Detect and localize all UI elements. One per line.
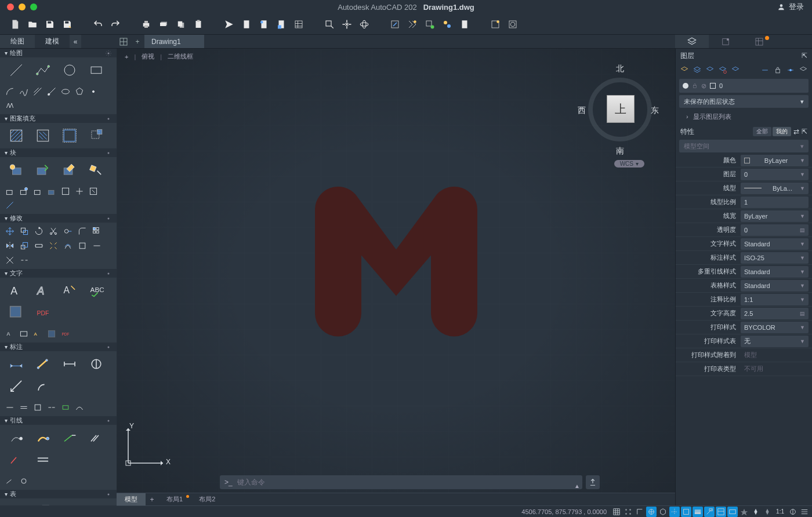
open-file-icon[interactable] — [27, 19, 38, 30]
section-hatch-header[interactable]: ▾图案填充 — [0, 114, 117, 123]
tx1[interactable]: A — [3, 327, 16, 340]
gear-icon[interactable] — [105, 215, 112, 222]
orbit-icon[interactable] — [358, 19, 370, 30]
current-layer-selector[interactable]: ⊘ 0 — [679, 79, 809, 93]
line-tool[interactable] — [3, 60, 29, 81]
point-tool[interactable] — [87, 85, 100, 98]
prop-value[interactable]: Standard▼ — [741, 266, 809, 278]
layer-tool-4[interactable] — [717, 65, 728, 75]
right-tab-2[interactable] — [709, 35, 742, 48]
polyline-tool[interactable] — [30, 60, 56, 81]
dm1[interactable] — [3, 401, 16, 414]
copy-tool[interactable] — [18, 225, 31, 238]
maximize-window-button[interactable] — [30, 3, 37, 10]
circle-tool[interactable] — [57, 60, 82, 81]
tx4[interactable] — [45, 327, 58, 340]
section-table-header[interactable]: ▾表 — [0, 490, 117, 498]
doc3-icon[interactable] — [276, 19, 287, 30]
text-check-tool[interactable]: ABC — [84, 280, 109, 301]
tb1[interactable]: A — [57, 501, 82, 505]
trim-tool[interactable] — [47, 225, 60, 238]
sb-polar-icon[interactable] — [646, 507, 657, 517]
bk4-tool[interactable] — [45, 185, 58, 198]
mirror-tool[interactable] — [3, 239, 16, 252]
dm2[interactable] — [17, 401, 30, 414]
region-tool[interactable] — [84, 125, 109, 146]
undock-icon[interactable]: ⇱ — [802, 52, 807, 60]
text-tool[interactable]: A — [30, 280, 56, 301]
tool-e-icon[interactable] — [459, 19, 470, 30]
tool-g-icon[interactable] — [507, 19, 519, 30]
bk5-tool[interactable] — [59, 185, 72, 198]
layer-tool-2[interactable] — [692, 65, 702, 75]
bk8-tool[interactable] — [3, 199, 16, 212]
tool-c-icon[interactable] — [424, 19, 436, 30]
layer-state-dropdown[interactable]: 未保存的图层状态▾ — [679, 95, 809, 108]
minimize-window-button[interactable] — [19, 3, 26, 10]
model-tab[interactable]: 模型 — [117, 493, 146, 505]
props-undock-icon[interactable]: ⇱ — [802, 128, 807, 136]
viewcube-north[interactable]: 北 — [616, 64, 624, 74]
sb-snap-icon[interactable] — [623, 507, 633, 517]
left-tab-more-icon[interactable]: « — [70, 35, 81, 48]
dm3[interactable] — [31, 401, 44, 414]
new-file-icon[interactable] — [9, 19, 21, 30]
text-style-tool[interactable]: A — [57, 280, 82, 301]
mod-c-tool[interactable] — [3, 254, 16, 267]
layer-tool-8[interactable] — [785, 65, 796, 75]
dim-a[interactable] — [57, 354, 82, 374]
text-find-tool[interactable] — [3, 302, 29, 323]
bk3-tool[interactable] — [31, 185, 44, 198]
ellipse-tool[interactable] — [59, 85, 72, 98]
sb-ws-icon[interactable] — [788, 507, 798, 517]
sb-qp-icon[interactable] — [716, 507, 726, 517]
share-icon[interactable] — [586, 475, 600, 489]
sb-dyn-icon[interactable] — [704, 507, 715, 517]
cmd-history-icon[interactable]: ▲ — [574, 483, 580, 489]
leader-tool[interactable] — [3, 427, 29, 448]
login-button[interactable]: 登录 — [771, 1, 810, 13]
left-tab-draw[interactable]: 绘图 — [0, 35, 35, 48]
props-tab-my[interactable]: 我的 — [773, 127, 791, 136]
rectangle-tool[interactable] — [84, 60, 109, 81]
close-window-button[interactable] — [7, 3, 14, 10]
layer-tool-3[interactable] — [705, 65, 715, 75]
block-edit-tool[interactable] — [57, 159, 82, 180]
layer-tool-6[interactable] — [760, 65, 770, 75]
rotate-tool[interactable] — [32, 225, 45, 238]
tx2[interactable] — [17, 327, 30, 340]
xline-tool[interactable] — [31, 85, 44, 98]
fillet-tool[interactable] — [76, 225, 89, 238]
section-leader-header[interactable]: ▾引线 — [0, 416, 117, 425]
show-layers-link[interactable]: 显示图层列表 — [676, 109, 812, 125]
dim-aligned-tool[interactable] — [30, 354, 56, 374]
array-tool[interactable] — [90, 225, 103, 238]
copy-icon[interactable] — [175, 19, 187, 30]
attach-icon[interactable] — [258, 19, 270, 30]
command-line[interactable]: >_ 键入命令 — [220, 475, 582, 489]
gear-icon[interactable] — [105, 344, 112, 351]
viewcube-west[interactable]: 西 — [578, 105, 586, 116]
block-attr-tool[interactable] — [84, 159, 109, 180]
right-tab-3[interactable] — [742, 35, 776, 48]
prop-value[interactable]: ISO-25▼ — [741, 252, 809, 264]
prop-value[interactable]: BYCOLOR▼ — [741, 322, 809, 333]
bk7-tool[interactable] — [87, 185, 100, 198]
mod-b-tool[interactable] — [90, 239, 103, 252]
layer-tool-5[interactable] — [730, 65, 741, 75]
left-tab-model[interactable]: 建模 — [35, 35, 70, 48]
sb-cfg-icon[interactable] — [799, 507, 810, 517]
prop-value[interactable]: ByLayer▼ — [741, 210, 809, 222]
section-modify-header[interactable]: ▾修改 — [0, 214, 117, 223]
table-tool[interactable] — [3, 501, 29, 505]
gear-icon[interactable] — [105, 150, 112, 156]
add-layout-icon[interactable]: + — [146, 493, 158, 505]
drawing-canvas[interactable]: +| 俯视| 二维线框 上 北 南 西 东 WCS ▾ YX >_ 键入命令 ▲… — [117, 49, 675, 505]
ld2[interactable] — [84, 427, 109, 448]
sb-osnap-icon[interactable] — [681, 507, 691, 517]
bk6-tool[interactable] — [73, 185, 86, 198]
sb-grid-icon[interactable] — [611, 507, 622, 517]
viewcube-east[interactable]: 东 — [651, 105, 659, 116]
viewcube[interactable]: 上 北 南 西 东 — [582, 60, 658, 159]
sb-otrack-icon[interactable] — [669, 507, 680, 517]
